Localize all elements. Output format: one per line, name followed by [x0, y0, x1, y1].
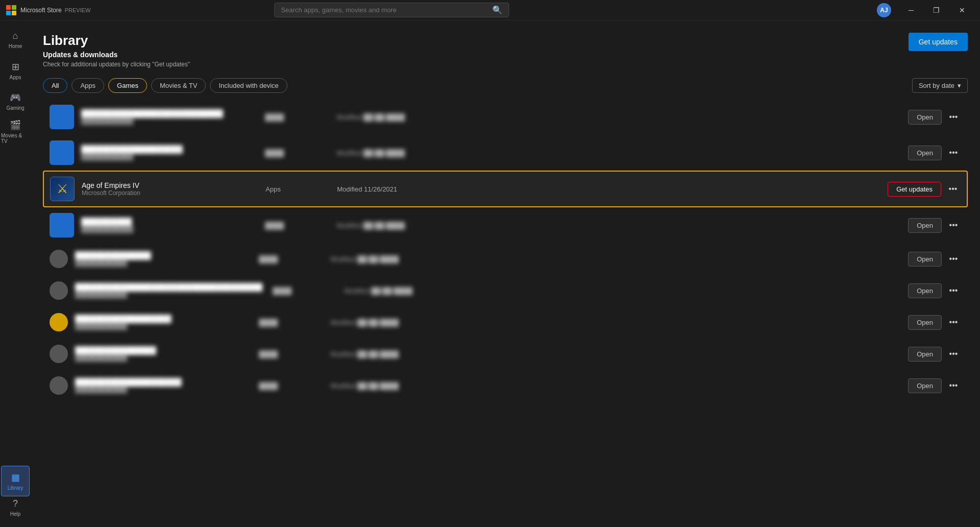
app-name: ████████████████████████████ — [81, 109, 255, 117]
updates-title: Updates & downloads — [43, 51, 190, 59]
library-icon: ▦ — [11, 472, 20, 483]
app-actions: Open ••• — [908, 109, 961, 125]
search-input[interactable] — [281, 6, 488, 14]
app-icon — [50, 376, 68, 395]
sidebar: ⌂ Home ⊞ Apps 🎮 Gaming 🎬 Movies & TV ▦ L… — [0, 20, 31, 527]
filter-games[interactable]: Games — [108, 78, 147, 93]
filter-movies[interactable]: Movies & TV — [151, 78, 206, 93]
app-publisher: ████████████ — [81, 117, 255, 125]
app-category: ████ — [249, 350, 330, 358]
app-category: ████ — [255, 113, 337, 121]
app-category: ████ — [255, 149, 337, 157]
sidebar-item-movies[interactable]: 🎬 Movies & TV — [1, 116, 30, 147]
app-actions: Open ••• — [908, 315, 961, 330]
app-date: Modified ██/██/████ — [330, 319, 908, 326]
app-icon — [50, 281, 68, 300]
app-info: Age of Empires IV Microsoft Corporation — [82, 181, 255, 197]
app-icon — [50, 345, 68, 363]
app-info: ████████████████ ████████████ — [75, 346, 249, 362]
app-publisher: Microsoft Corporation — [82, 189, 255, 197]
open-button[interactable]: Open — [908, 378, 942, 393]
app-icon — [50, 250, 68, 268]
app-name: Microsoft Store — [20, 7, 62, 14]
home-icon: ⌂ — [13, 31, 18, 41]
app-info: ████████████████████████████ ███████████… — [81, 109, 255, 125]
help-icon: ? — [13, 498, 18, 509]
app-date: Modified ██/██/████ — [337, 113, 908, 121]
open-button[interactable]: Open — [908, 218, 942, 233]
more-options-button[interactable]: ••• — [946, 378, 961, 393]
sidebar-item-help[interactable]: ? Help — [1, 496, 30, 527]
list-item: ████████████████████████████ ███████████… — [43, 99, 968, 135]
more-options-button[interactable]: ••• — [946, 315, 961, 330]
avatar[interactable]: AJ — [877, 3, 891, 17]
filter-all[interactable]: All — [43, 78, 67, 93]
app-actions: Open ••• — [908, 145, 961, 160]
list-item: ███████████████ ████████████ ████ Modifi… — [43, 243, 968, 275]
app-name: █████████████████████████████████████ — [75, 283, 262, 291]
svg-rect-3 — [12, 11, 16, 15]
app-category: ████ — [262, 287, 344, 295]
app-info: ████████████████████ ████████████ — [81, 145, 255, 160]
app-date: Modified 11/26/2021 — [337, 185, 888, 193]
app-date: Modified ██/██/████ — [330, 255, 908, 263]
search-bar[interactable]: 🔍 — [274, 3, 509, 17]
app-actions: Open ••• — [908, 346, 961, 362]
sort-chevron-icon: ▾ — [958, 82, 961, 89]
app-info: █████████████████████████████████████ ██… — [75, 283, 262, 298]
sidebar-item-library[interactable]: ▦ Library — [1, 466, 30, 496]
app-publisher: ████████████ — [75, 354, 249, 362]
open-button[interactable]: Open — [908, 283, 942, 298]
more-options-button[interactable]: ••• — [946, 109, 961, 125]
more-options-button[interactable]: ••• — [945, 181, 961, 197]
app-date: Modified ██/██/████ — [330, 382, 908, 390]
filter-apps[interactable]: Apps — [71, 78, 104, 93]
open-button[interactable]: Open — [908, 347, 942, 362]
library-header: Library Updates & downloads Check for ad… — [43, 33, 968, 68]
list-item: █████████████████████████████████████ ██… — [43, 275, 968, 306]
svg-text:⚔: ⚔ — [57, 181, 68, 196]
sidebar-item-gaming[interactable]: 🎮 Gaming — [1, 86, 30, 116]
svg-rect-2 — [6, 11, 11, 15]
restore-button[interactable]: ❐ — [925, 3, 948, 18]
library-list: ████████████████████████████ ███████████… — [43, 99, 968, 527]
more-options-button[interactable]: ••• — [946, 283, 961, 298]
app-icon — [50, 105, 74, 129]
titlebar: Microsoft Store PREVIEW 🔍 AJ ─ ❐ ✕ — [0, 0, 980, 20]
sidebar-item-apps[interactable]: ⊞ Apps — [1, 55, 30, 86]
open-button[interactable]: Open — [908, 252, 942, 267]
list-item: ███████████████████ ████████████ ████ Mo… — [43, 306, 968, 338]
more-options-button[interactable]: ••• — [946, 346, 961, 362]
app-name: ███████████████████ — [75, 315, 249, 323]
open-button[interactable]: Open — [908, 315, 942, 330]
titlebar-controls: AJ ─ ❐ ✕ — [877, 3, 974, 18]
app-publisher: ████████████ — [81, 153, 255, 160]
app-logo — [6, 5, 16, 15]
more-options-button[interactable]: ••• — [946, 145, 961, 160]
app-category: ████ — [255, 222, 337, 229]
app-name: Age of Empires IV — [82, 181, 255, 189]
open-button[interactable]: Open — [908, 110, 942, 125]
minimize-button[interactable]: ─ — [899, 3, 923, 18]
close-button[interactable]: ✕ — [950, 3, 974, 18]
filter-included[interactable]: Included with device — [210, 78, 287, 93]
app-date: Modified ██/██/████ — [337, 149, 908, 157]
svg-rect-1 — [12, 5, 16, 10]
app-date: Modified ██/██/████ — [330, 350, 908, 358]
sidebar-item-home[interactable]: ⌂ Home — [1, 25, 30, 55]
updates-subtitle: Check for additional updates by clicking… — [43, 61, 190, 68]
app-publisher: ████████████ — [75, 323, 249, 330]
sort-dropdown[interactable]: Sort by date ▾ — [912, 78, 968, 93]
age-of-empires-row: ⚔ Age of Empires IV Microsoft Corporatio… — [43, 171, 968, 207]
get-updates-row-button[interactable]: Get updates — [888, 182, 941, 197]
svg-rect-0 — [6, 5, 11, 10]
list-item: ████████████████ ████████████ ████ Modif… — [43, 338, 968, 370]
app-name: ████████████████ — [75, 346, 249, 354]
open-button[interactable]: Open — [908, 146, 942, 160]
get-updates-button[interactable]: Get updates — [909, 33, 968, 51]
gaming-icon: 🎮 — [10, 92, 21, 103]
more-options-button[interactable]: ••• — [946, 251, 961, 267]
filter-bar: All Apps Games Movies & TV Included with… — [43, 78, 968, 93]
more-options-button[interactable]: ••• — [946, 218, 961, 233]
app-category: Apps — [255, 185, 337, 193]
